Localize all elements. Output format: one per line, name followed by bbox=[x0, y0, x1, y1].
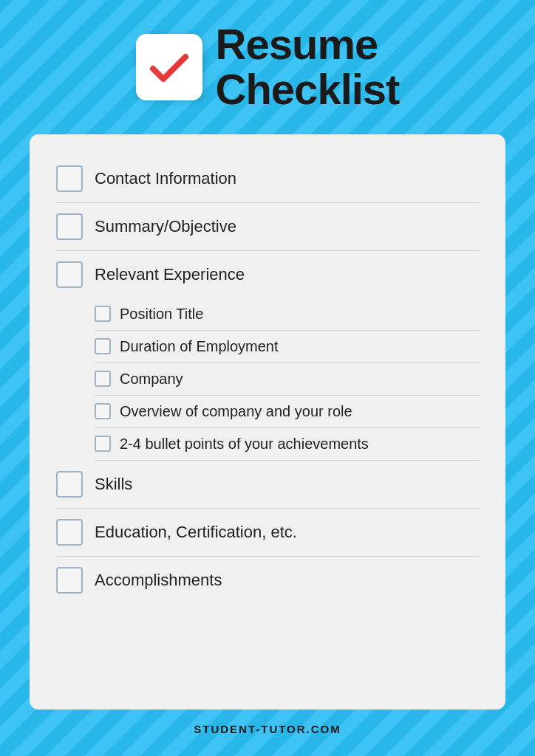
item-label-overview: Overview of company and your role bbox=[120, 403, 352, 420]
list-item: Position Title bbox=[95, 298, 479, 331]
item-label-skills: Skills bbox=[95, 475, 132, 494]
checkbox-duration[interactable] bbox=[95, 338, 111, 354]
list-item: Duration of Employment bbox=[95, 331, 479, 363]
checkbox-overview[interactable] bbox=[95, 403, 111, 419]
item-label-summary: Summary/Objective bbox=[95, 217, 236, 236]
footer: STUDENT-TUTOR.COM bbox=[194, 709, 341, 741]
list-item: Summary/Objective bbox=[56, 203, 479, 251]
title-line2: Checklist bbox=[216, 67, 400, 112]
item-label-company: Company bbox=[120, 371, 183, 388]
item-label-position: Position Title bbox=[120, 306, 203, 323]
sub-items-experience: Position Title Duration of Employment Co… bbox=[56, 298, 479, 461]
item-label-contact: Contact Information bbox=[95, 169, 236, 188]
checkmark-icon bbox=[147, 45, 191, 89]
title-block: Resume Checklist bbox=[216, 22, 400, 112]
list-item: Relevant Experience bbox=[56, 251, 479, 298]
list-item: 2-4 bullet points of your achievements bbox=[95, 428, 479, 461]
checklist-card: Contact Information Summary/Objective Re… bbox=[30, 134, 505, 709]
list-item: Skills bbox=[56, 461, 479, 509]
checkbox-bullets[interactable] bbox=[95, 436, 111, 452]
item-label-experience: Relevant Experience bbox=[95, 265, 245, 284]
page-container: Resume Checklist Contact Information Sum… bbox=[0, 0, 535, 756]
checkmark-icon-box bbox=[136, 34, 202, 100]
list-item: Contact Information bbox=[56, 155, 479, 203]
checkbox-contact[interactable] bbox=[56, 165, 83, 192]
item-label-duration: Duration of Employment bbox=[120, 338, 279, 355]
item-label-accomplishments: Accomplishments bbox=[95, 571, 222, 590]
checkbox-position[interactable] bbox=[95, 306, 111, 322]
checkbox-summary[interactable] bbox=[56, 213, 83, 240]
list-item: Overview of company and your role bbox=[95, 396, 479, 428]
title-line1: Resume bbox=[216, 22, 400, 67]
list-item: Accomplishments bbox=[56, 557, 479, 604]
list-item: Company bbox=[95, 363, 479, 396]
checkbox-company[interactable] bbox=[95, 371, 111, 387]
item-label-education: Education, Certification, etc. bbox=[95, 523, 297, 542]
header: Resume Checklist bbox=[30, 22, 505, 112]
checkbox-experience[interactable] bbox=[56, 261, 83, 288]
item-label-bullets: 2-4 bullet points of your achievements bbox=[120, 436, 369, 453]
relevant-experience-group: Relevant Experience Position Title Durat… bbox=[56, 251, 479, 461]
checkbox-skills[interactable] bbox=[56, 471, 83, 498]
footer-text: STUDENT-TUTOR.COM bbox=[194, 723, 341, 735]
list-item: Education, Certification, etc. bbox=[56, 509, 479, 557]
checkbox-accomplishments[interactable] bbox=[56, 567, 83, 594]
checkbox-education[interactable] bbox=[56, 519, 83, 546]
